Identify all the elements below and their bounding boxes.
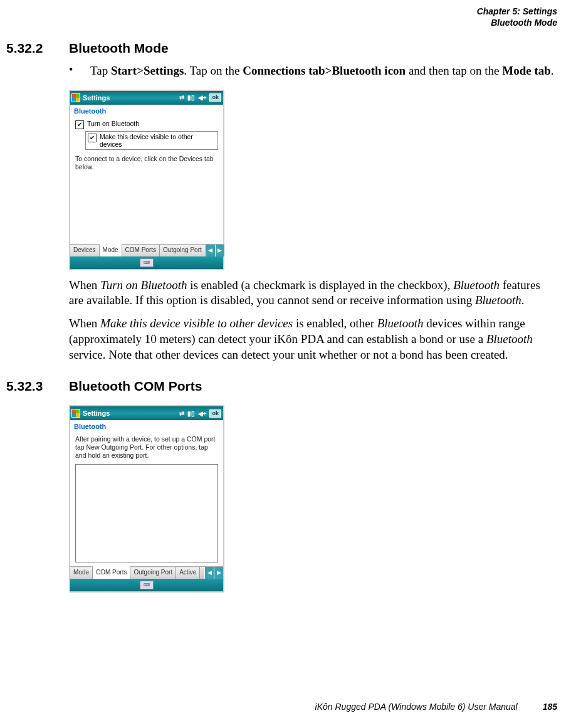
instruction-bullet: • Tap Start>Settings. Tap on the Connect… [69, 63, 554, 78]
paragraph: When Make this device visible to other d… [69, 316, 554, 362]
ok-button[interactable]: ok [209, 93, 221, 102]
start-icon[interactable] [71, 93, 80, 102]
section-number: 5.32.2 [6, 41, 69, 56]
screenshot-bluetooth-com-ports: Settings ⇄ ▮▯ ◀÷ ok Bluetooth After pair… [69, 405, 224, 592]
checkbox-make-visible[interactable]: ✔ Make this device visible to other devi… [85, 131, 218, 150]
screen-subtitle: Bluetooth [70, 420, 223, 431]
window-title: Settings [83, 409, 179, 417]
volume-icon[interactable]: ◀÷ [198, 94, 207, 101]
section-title: Bluetooth COM Ports [69, 379, 202, 394]
footer-text: iKôn Rugged PDA (Windows Mobile 6) User … [315, 702, 518, 712]
keyboard-icon[interactable]: ⌨ [140, 581, 154, 589]
section-title: Bluetooth Mode [69, 41, 169, 56]
tab-active[interactable]: Active [176, 567, 200, 579]
tab-strip: Devices Mode COM Ports Outgoing Port ◀ ▶ [70, 244, 223, 256]
start-icon[interactable] [71, 409, 80, 418]
tab-scroll-right-icon[interactable]: ▶ [215, 245, 224, 256]
screenshot-bluetooth-mode: Settings ⇄ ▮▯ ◀÷ ok Bluetooth ✔ Turn on … [69, 90, 224, 270]
wm-titlebar: Settings ⇄ ▮▯ ◀÷ ok [70, 91, 223, 105]
checkbox-icon[interactable]: ✔ [75, 120, 84, 129]
signal-icon[interactable]: ▮▯ [187, 410, 195, 417]
soft-key-bar: ⌨ [70, 579, 223, 591]
paragraph: When Turn on Bluetooth is enabled (a che… [69, 278, 554, 309]
connectivity-icon[interactable]: ⇄ [179, 94, 184, 101]
tab-outgoing-port[interactable]: Outgoing Port [160, 245, 206, 256]
connectivity-icon[interactable]: ⇄ [179, 410, 184, 417]
tab-com-ports[interactable]: COM Ports [122, 245, 160, 256]
tab-mode[interactable]: Mode [70, 567, 93, 579]
checkbox-icon[interactable]: ✔ [88, 134, 97, 142]
tab-strip: Mode COM Ports Outgoing Port Active ◀ ▶ [70, 566, 223, 579]
header-sub: Bluetooth Mode [6, 18, 557, 29]
window-title: Settings [83, 94, 179, 102]
tab-mode[interactable]: Mode [100, 244, 122, 256]
checkbox-label: Turn on Bluetooth [87, 120, 139, 127]
bullet-text: Tap Start>Settings. Tap on the Connectio… [90, 63, 554, 78]
tab-outgoing-port[interactable]: Outgoing Port [130, 567, 176, 579]
hint-text: After pairing with a device, to set up a… [75, 435, 218, 460]
screen-subtitle: Bluetooth [70, 105, 223, 116]
tab-scroll-right-icon[interactable]: ▶ [214, 567, 223, 579]
tab-scroll-left-icon[interactable]: ◀ [204, 567, 214, 579]
ok-button[interactable]: ok [209, 409, 221, 418]
section-number: 5.32.3 [6, 379, 69, 394]
checkbox-label: Make this device visible to other device… [100, 133, 216, 148]
tab-scroll-left-icon[interactable]: ◀ [206, 245, 215, 256]
signal-icon[interactable]: ▮▯ [187, 94, 195, 101]
volume-icon[interactable]: ◀÷ [198, 410, 207, 417]
tab-devices[interactable]: Devices [70, 245, 100, 256]
page-number: 185 [543, 702, 557, 712]
keyboard-icon[interactable]: ⌨ [140, 258, 154, 267]
tab-com-ports[interactable]: COM Ports [93, 566, 130, 579]
page-footer: iKôn Rugged PDA (Windows Mobile 6) User … [315, 702, 557, 712]
wm-titlebar: Settings ⇄ ▮▯ ◀÷ ok [70, 406, 223, 420]
checkbox-turn-on-bluetooth[interactable]: ✔ Turn on Bluetooth [75, 120, 218, 129]
soft-key-bar: ⌨ [70, 256, 223, 269]
hint-text: To connect to a device, click on the Dev… [75, 155, 218, 171]
running-header: Chapter 5: Settings Bluetooth Mode [6, 6, 557, 28]
bullet-marker: • [69, 63, 90, 78]
com-ports-listbox[interactable] [75, 464, 218, 562]
header-chapter: Chapter 5: Settings [6, 6, 557, 18]
